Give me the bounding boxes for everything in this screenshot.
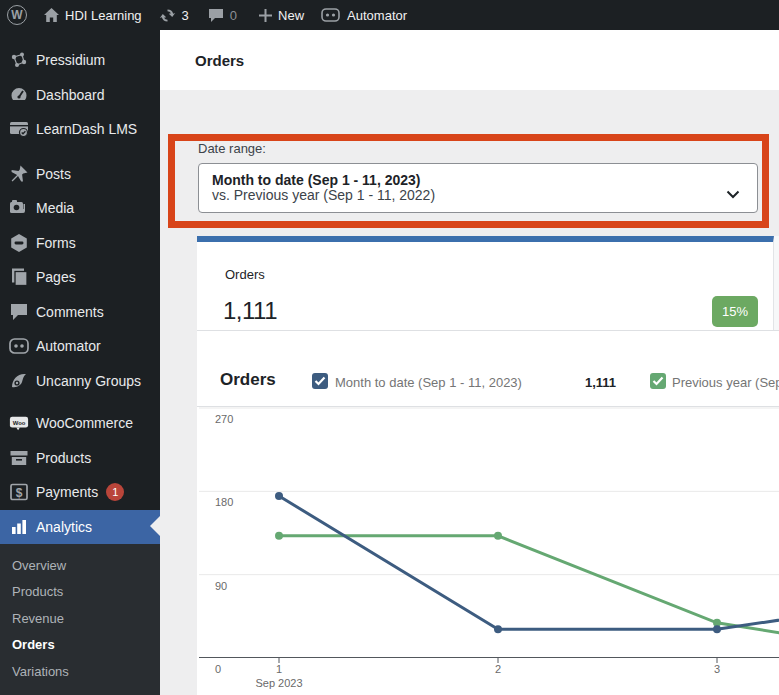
sidebar-item-payments[interactable]: $Payments1 [0, 475, 160, 510]
orders-summary-tile[interactable]: Orders 1,111 15% [197, 236, 774, 330]
sidebar-item-learndash-lms[interactable]: LearnDash LMS [0, 112, 160, 147]
uncanny-groups-icon [9, 371, 29, 391]
date-range-secondary: vs. Previous year (Sep 1 - 11, 2022) [212, 188, 757, 203]
active-menu-arrow [150, 516, 160, 536]
sidebar-item-label: Posts [36, 166, 71, 182]
submenu-item-products[interactable]: Products [0, 579, 160, 606]
automator-icon [9, 336, 29, 356]
svg-text:2: 2 [495, 663, 501, 675]
svg-text:90: 90 [215, 580, 227, 592]
svg-text:Sep 2023: Sep 2023 [255, 677, 302, 689]
sidebar-item-label: Media [36, 200, 74, 216]
wordpress-logo-icon[interactable]: W [7, 5, 27, 25]
sidebar-item-label: Dashboard [36, 87, 105, 103]
svg-text:3: 3 [714, 663, 720, 675]
orders-line-chart[interactable]: 270180900123Sep 2023 [197, 407, 779, 695]
sidebar-item-label: Payments [36, 484, 98, 500]
dashboard-icon [9, 85, 29, 105]
plus-icon [259, 9, 272, 22]
sidebar-item-label: Comments [36, 304, 104, 320]
summary-value: 1,111 [223, 297, 277, 325]
sidebar-item-forms[interactable]: Forms [0, 226, 160, 261]
sidebar-item-media[interactable]: Media [0, 191, 160, 226]
sidebar-item-uncanny-groups[interactable]: Uncanny Groups [0, 364, 160, 399]
automator-robot-icon [321, 8, 340, 22]
comments-count: 0 [230, 8, 237, 23]
analytics-submenu: OverviewProductsRevenueOrdersVariations [0, 544, 160, 695]
svg-text:Woo: Woo [13, 420, 26, 426]
svg-text:1: 1 [276, 663, 282, 675]
sidebar-item-label: Pages [36, 269, 76, 285]
svg-text:0: 0 [215, 663, 221, 675]
series2-label: Previous year (Sep 1 - 11, 2022) [672, 375, 779, 390]
new-label: New [278, 8, 304, 23]
home-icon [44, 8, 59, 22]
payments-count-badge: 1 [106, 483, 124, 501]
sidebar-item-label: WooCommerce [36, 415, 133, 431]
sidebar-item-pages[interactable]: Pages [0, 260, 160, 295]
analytics-icon [9, 517, 29, 537]
chevron-down-icon [726, 185, 740, 203]
topbar-automator[interactable]: Automator [321, 0, 407, 30]
payments-icon: $ [9, 482, 29, 502]
date-range-primary: Month to date (Sep 1 - 11, 2023) [212, 172, 757, 188]
series1-checkbox[interactable] [312, 373, 328, 389]
svg-text:180: 180 [215, 496, 233, 508]
submenu-item-revenue[interactable]: Revenue [0, 605, 160, 632]
site-name: HDI Learning [65, 8, 142, 23]
topbar-updates[interactable]: 3 [159, 0, 189, 30]
sidebar-item-label: Products [36, 450, 91, 466]
submenu-item-variations[interactable]: Variations [0, 658, 160, 685]
svg-text:$: $ [16, 486, 23, 500]
pages-icon [9, 267, 29, 287]
main-content: Orders Date range: Month to date (Sep 1 … [160, 30, 779, 695]
page-title: Orders [195, 52, 244, 69]
updates-count: 3 [182, 8, 189, 23]
svg-text:270: 270 [215, 413, 233, 425]
sidebar-item-woocommerce[interactable]: WooWooCommerce [0, 406, 160, 441]
summary-label: Orders [225, 267, 265, 282]
woocommerce-icon: Woo [9, 413, 29, 433]
sidebar-item-dashboard[interactable]: Dashboard [0, 78, 160, 113]
orders-report-card: Orders 1,111 15% Orders Month to date (S… [197, 236, 779, 695]
updates-icon [159, 8, 176, 23]
media-icon [9, 198, 29, 218]
pressidium-icon [9, 50, 29, 70]
submenu-item-orders[interactable]: Orders [0, 632, 160, 659]
topbar-new[interactable]: New [259, 0, 304, 30]
sidebar-item-analytics[interactable]: Analytics [0, 510, 160, 545]
sidebar-item-posts[interactable]: Posts [0, 157, 160, 192]
sidebar-item-label: Uncanny Groups [36, 373, 141, 389]
page: W HDI Learning 3 0 New [0, 0, 779, 695]
comments-bubble-icon [208, 8, 224, 23]
page-header: Orders [160, 30, 779, 90]
summary-row-filler [774, 236, 779, 330]
learndash-icon [9, 119, 29, 139]
chart-title: Orders [220, 370, 276, 390]
admin-sidebar: PressidiumDashboardLearnDash LMSPostsMed… [0, 30, 160, 695]
forms-icon [9, 233, 29, 253]
sidebar-item-label: Pressidium [36, 52, 105, 68]
series1-value: 1,111 [585, 375, 616, 390]
admin-topbar: W HDI Learning 3 0 New [0, 0, 779, 30]
sidebar-item-comments[interactable]: Comments [0, 295, 160, 330]
sidebar-item-label: Forms [36, 235, 76, 251]
date-range-label: Date range: [198, 141, 266, 156]
sidebar-item-products[interactable]: Products [0, 441, 160, 476]
series1-label: Month to date (Sep 1 - 11, 2023) [335, 375, 522, 390]
topbar-comments[interactable]: 0 [208, 0, 237, 30]
comments-icon [9, 302, 29, 322]
posts-icon [9, 164, 29, 184]
sidebar-item-automator[interactable]: Automator [0, 329, 160, 364]
submenu-item-overview[interactable]: Overview [0, 552, 160, 579]
products-icon [9, 448, 29, 468]
sidebar-item-label: Analytics [36, 519, 92, 535]
summary-row: Orders 1,111 15% [197, 236, 779, 331]
chart-header: Orders Month to date (Sep 1 - 11, 2023) … [197, 331, 779, 407]
topbar-site-menu[interactable]: HDI Learning [44, 0, 142, 30]
sidebar-item-pressidium[interactable]: Pressidium [0, 43, 160, 78]
automator-label: Automator [347, 8, 407, 23]
date-range-dropdown[interactable]: Month to date (Sep 1 - 11, 2023) vs. Pre… [198, 163, 758, 213]
sidebar-item-label: Automator [36, 338, 101, 354]
series2-checkbox[interactable] [650, 373, 666, 389]
